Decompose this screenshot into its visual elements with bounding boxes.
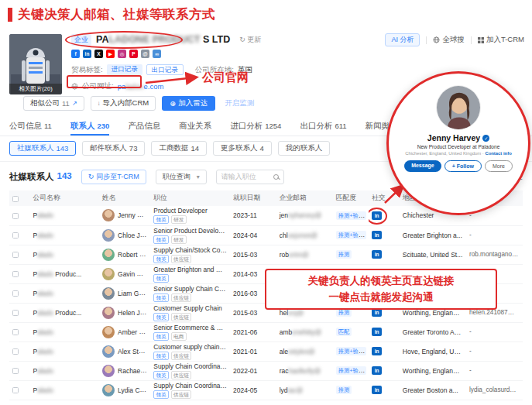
contact-name[interactable]: Robert Monta... <box>118 250 150 259</box>
tab-产品信息[interactable]: 产品信息 <box>128 116 160 136</box>
row-checkbox[interactable] <box>12 368 19 374</box>
youtube-icon[interactable]: ▶ <box>106 50 115 58</box>
job-title: Supply Chain/Stock Control <box>153 246 227 254</box>
contact-name[interactable]: Chloe Jones <box>118 231 150 239</box>
row-checkbox-cell <box>9 342 30 361</box>
position-search-input[interactable]: 请输入职位 <box>216 170 284 184</box>
tab-商业关系[interactable]: 商业关系 <box>179 116 211 136</box>
contact-name[interactable]: Lydia Colasurdo <box>118 386 150 394</box>
linkedin-icon[interactable]: in <box>83 50 91 58</box>
linkedin-icon[interactable]: in <box>372 347 382 355</box>
linkedin-icon[interactable]: in <box>372 328 382 336</box>
add-radar-button[interactable]: ⊕ 加入雷达 <box>162 96 215 111</box>
row-checkbox[interactable] <box>12 310 19 316</box>
source-tag: 领英 <box>153 235 169 244</box>
plus-icon: ⊕ <box>170 99 176 108</box>
company-suffix: Produc... <box>53 309 81 317</box>
export-record-tag[interactable]: 出口记录 <box>146 64 184 75</box>
chip-工商数据[interactable]: 工商数据14 <box>151 141 207 156</box>
similar-count: 11 <box>62 99 70 108</box>
social-cell: in <box>369 361 400 380</box>
column-label: 社交 <box>372 194 386 201</box>
row-checkbox[interactable] <box>12 232 19 239</box>
email-prefix: hel <box>280 309 288 317</box>
contact-name[interactable]: Helen Johnstone <box>118 308 150 317</box>
chip-我的联系人[interactable]: 我的联系人 <box>278 141 331 156</box>
table-row: PaladoRobert Monta...Supply Chain/Stock … <box>9 245 523 264</box>
instagram-icon[interactable]: ◎ <box>118 50 126 58</box>
verified-icon: ✓ <box>482 135 489 142</box>
pinterest-icon[interactable]: P <box>129 50 138 58</box>
contact-name[interactable]: Alex Styles <box>118 347 150 355</box>
tab-联系人[interactable]: 联系人230 <box>70 116 109 136</box>
linkedin-icon[interactable]: in <box>372 366 382 375</box>
source-tag: 领英 <box>153 215 169 224</box>
row-checkbox[interactable] <box>12 252 19 258</box>
linkedin-icon[interactable]: in <box>372 211 382 220</box>
linkedin-icon[interactable]: in <box>372 250 382 259</box>
contact-name[interactable]: Gavin Meeks <box>118 269 150 278</box>
row-checkbox[interactable] <box>12 213 19 219</box>
tab-count: 1254 <box>265 122 281 130</box>
column-header: 职位 <box>150 190 230 206</box>
global-search-button[interactable]: 全球搜 <box>433 35 465 45</box>
company-cell: Palado <box>30 225 100 245</box>
search-icon[interactable] <box>273 174 279 180</box>
monitor-button[interactable]: 开启监测 <box>221 98 257 108</box>
link-icon[interactable]: ∞ <box>153 50 161 58</box>
linkedin-icon[interactable]: in <box>372 386 382 394</box>
company-photo[interactable]: 相关图片(20) <box>9 34 62 94</box>
tab-出口分析[interactable]: 出口分析611 <box>300 116 346 136</box>
chip-社媒联系人[interactable]: 社媒联系人143 <box>9 141 76 156</box>
email-blurred: oejones@ <box>288 232 317 239</box>
website-link[interactable]: paladone.com <box>118 82 164 91</box>
contact-name[interactable]: Jenny Harvey <box>118 211 150 220</box>
email-blurred: enj@ <box>288 309 304 317</box>
row-checkbox-cell <box>9 283 30 303</box>
email-prefix: lyd <box>280 386 288 394</box>
job-title: Customer supply chain coordinator <box>153 343 227 351</box>
row-checkbox[interactable] <box>12 329 19 335</box>
select-all-checkbox[interactable] <box>12 196 19 202</box>
job-title-cell: Senior Ecommerce & Supply Cha...领英电商 <box>150 322 230 342</box>
row-checkbox[interactable] <box>12 387 19 393</box>
column-label: 姓名 <box>102 194 116 201</box>
contact-name[interactable]: Liam Gent <box>118 289 148 297</box>
contact-info-link[interactable]: Contact info <box>485 151 511 156</box>
chip-label: 我的联系人 <box>286 143 323 153</box>
department-tag: 供应链 <box>171 390 191 399</box>
join-tcrm-button[interactable]: 加入T-CRM <box>478 35 524 45</box>
sync-to-crm-button[interactable]: ↻ 同步至T-CRM <box>81 170 146 184</box>
email-blurred: haelkelly@ <box>289 367 321 375</box>
refresh-button[interactable]: ↻ 更新 <box>239 35 261 45</box>
region-cell: Hove, England, Uni... <box>400 342 466 361</box>
contact-name[interactable]: Amber Whitty <box>118 328 150 336</box>
job-tags: 领英研发 <box>153 215 227 224</box>
message-button[interactable]: Message <box>404 160 441 172</box>
row-checkbox[interactable] <box>12 271 19 277</box>
job-tags: 领英供应链 <box>153 293 227 302</box>
x-icon[interactable]: X <box>94 50 103 58</box>
tab-进口分析[interactable]: 进口分析1254 <box>230 116 281 136</box>
more-button[interactable]: More <box>485 160 513 172</box>
similar-companies-button[interactable]: 相似公司 11 ↗ <box>23 96 84 111</box>
tab-公司信息[interactable]: 公司信息11 <box>9 116 52 136</box>
email-icon[interactable]: @ <box>141 50 149 58</box>
chip-label: 工商数据 <box>159 143 188 153</box>
import-record-tag[interactable]: 进口记录 <box>107 64 142 75</box>
department-tag: 研发 <box>171 235 187 244</box>
contact-name[interactable]: Rachael Kelly <box>118 366 150 375</box>
follow-button[interactable]: + Follow <box>444 160 482 172</box>
ai-analysis-button[interactable]: AI 分析 <box>385 33 420 46</box>
facebook-icon[interactable]: f <box>71 50 80 58</box>
linkedin-annotation-callout: 关键负责人的领英主页直达链接 一键点击就能发起沟通 <box>265 269 497 310</box>
avatar <box>102 287 115 300</box>
linkedin-icon[interactable]: in <box>372 231 382 239</box>
profile-name: Jenny Harvey <box>427 133 480 142</box>
chip-邮件联系人[interactable]: 邮件联系人73 <box>82 141 145 156</box>
row-checkbox[interactable] <box>12 348 19 355</box>
position-search-select[interactable]: 职位查询▾ <box>156 170 207 184</box>
row-checkbox[interactable] <box>12 290 19 297</box>
import-crm-button[interactable]: ↓ 导入内部CRM <box>91 96 156 111</box>
chip-更多联系人[interactable]: 更多联系人4 <box>213 141 272 156</box>
